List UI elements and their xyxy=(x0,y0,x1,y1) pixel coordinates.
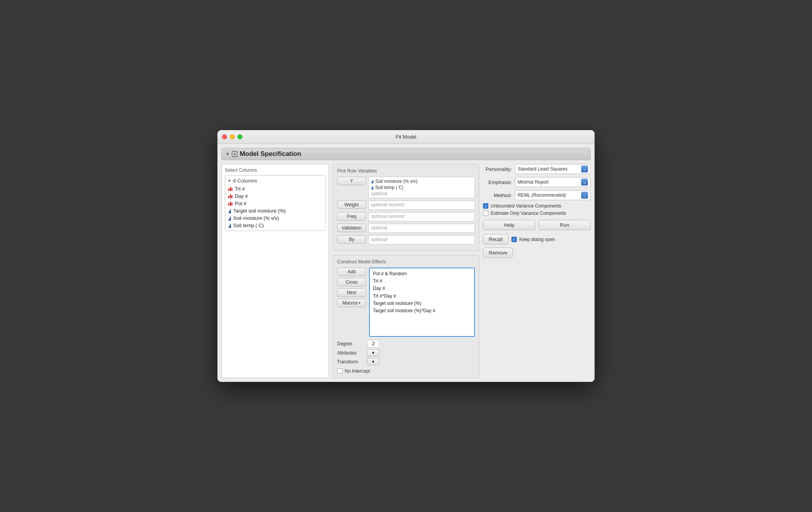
personality-dropdown-icon: ⌄ xyxy=(581,166,588,172)
columns-count-row: ▼ 6 Columns xyxy=(225,177,325,184)
list-item[interactable]: Target soil moisture (%) xyxy=(225,207,325,214)
section-title: Model Specification xyxy=(240,150,301,158)
minimize-button[interactable] xyxy=(230,134,235,139)
estimate-only-label: Estimate Only Variance Components xyxy=(491,211,566,216)
degree-label: Degree xyxy=(337,341,364,346)
transform-row: Transform ▾ xyxy=(337,358,475,365)
by-button[interactable]: By xyxy=(337,235,366,244)
remove-button[interactable]: Remove xyxy=(483,248,513,258)
estimate-only-row: Estimate Only Variance Components xyxy=(483,211,591,216)
y-field[interactable]: Soil moisture (% v/v) Soil temp ( C) opt… xyxy=(368,177,475,198)
validation-button[interactable]: Validation xyxy=(337,224,366,232)
recall-button[interactable]: Recall xyxy=(483,234,508,244)
y-placeholder: optional xyxy=(371,191,472,196)
keep-dialog-label: Keep dialog open xyxy=(519,237,555,242)
effect-item: Target soil moisture (%)*Day # xyxy=(373,307,471,315)
section-header: ▼ Model Specification xyxy=(221,148,591,160)
estimate-only-checkbox[interactable] xyxy=(483,211,488,216)
column-name: Trt # xyxy=(235,186,245,192)
titlebar: Fit Model xyxy=(217,130,595,144)
section-icon xyxy=(232,151,238,157)
by-role-row: By optional xyxy=(337,235,475,244)
transform-dropdown[interactable]: ▾ xyxy=(367,358,379,365)
unbounded-checkbox[interactable] xyxy=(483,203,488,209)
run-button[interactable]: Run xyxy=(538,220,591,230)
personality-row: Personality: Standard Least Squares ⌄ xyxy=(483,164,591,174)
help-button[interactable]: Help xyxy=(483,220,535,230)
effects-list[interactable]: Pot # & Random Trt # Day # Trt #*Day # T… xyxy=(369,268,475,337)
weight-button[interactable]: Weight xyxy=(337,201,366,209)
degree-input[interactable] xyxy=(367,340,379,348)
keep-dialog-checkbox[interactable] xyxy=(511,237,517,242)
weight-placeholder: optional numeric xyxy=(371,202,405,207)
list-item[interactable]: Soil temp ( C) xyxy=(225,222,325,229)
maximize-button[interactable] xyxy=(237,134,242,139)
triangle-icon xyxy=(228,209,231,213)
list-item[interactable]: Pot # xyxy=(225,200,325,207)
by-field[interactable]: optional xyxy=(368,235,475,244)
columns-arrow: ▼ xyxy=(227,179,231,183)
main-window: Fit Model ▼ Model Specification Select C… xyxy=(217,130,595,382)
validation-placeholder: optional xyxy=(371,225,387,231)
content-area: Select Columns ▼ 6 Columns Trt # xyxy=(221,164,591,378)
list-item[interactable]: Day # xyxy=(225,192,325,200)
weight-field[interactable]: optional numeric xyxy=(368,201,475,210)
recall-row: Recall Keep dialog open xyxy=(483,234,591,244)
svg-rect-0 xyxy=(233,152,237,156)
middle-panel: Pick Role Variables Y Soil moisture (% v… xyxy=(333,164,479,378)
emphasis-label: Emphasis: xyxy=(483,179,512,185)
personality-label: Personality: xyxy=(483,166,512,172)
traffic-lights xyxy=(222,134,242,139)
column-name: Soil moisture (% v/v) xyxy=(233,215,279,221)
construct-section: Construct Model Effects Add Cross Nest M… xyxy=(333,255,479,378)
close-button[interactable] xyxy=(222,134,227,139)
columns-list: ▼ 6 Columns Trt # xyxy=(225,175,326,231)
triangle-icon xyxy=(371,186,373,189)
freq-button[interactable]: Freq xyxy=(337,212,366,221)
column-name: Day # xyxy=(235,193,248,199)
no-intercept-label: No Intercept xyxy=(345,368,370,374)
column-name: Pot # xyxy=(235,201,246,206)
degree-row: Degree xyxy=(337,340,475,348)
list-item[interactable]: Trt # xyxy=(225,185,325,192)
method-select[interactable]: REML (Recommended) ⌄ xyxy=(515,190,591,200)
y-button[interactable]: Y xyxy=(337,177,366,185)
construct-section-title: Construct Model Effects xyxy=(337,259,475,264)
section-arrow-icon: ▼ xyxy=(226,152,230,156)
attributes-row: Attributes ▾ xyxy=(337,349,475,356)
columns-header: Select Columns xyxy=(225,167,326,173)
personality-select[interactable]: Standard Least Squares ⌄ xyxy=(515,164,591,174)
triangle-icon xyxy=(228,216,231,221)
freq-placeholder: optional numeric xyxy=(371,214,405,219)
personality-value: Standard Least Squares xyxy=(518,166,581,172)
macros-button[interactable]: Macros ▾ xyxy=(337,299,366,307)
by-placeholder: optional xyxy=(371,237,387,242)
list-item[interactable]: Soil moisture (% v/v) xyxy=(225,214,325,222)
method-row: Method: REML (Recommended) ⌄ xyxy=(483,190,591,200)
construct-buttons: Add Cross Nest Macros ▾ xyxy=(337,268,366,337)
bar-chart-icon xyxy=(228,202,232,206)
window-title: Fit Model xyxy=(396,134,416,140)
role-section-title: Pick Role Variables xyxy=(337,168,475,174)
right-panel: Personality: Standard Least Squares ⌄ Em… xyxy=(483,164,591,378)
emphasis-row: Emphasis: Minimal Report ⌄ xyxy=(483,177,591,187)
method-dropdown-icon: ⌄ xyxy=(581,192,588,199)
effect-item: Target soil moisture (%) xyxy=(373,300,471,307)
add-button[interactable]: Add xyxy=(337,268,366,276)
freq-field[interactable]: optional numeric xyxy=(368,212,475,221)
chevron-down-icon: ▾ xyxy=(372,359,374,364)
method-value: REML (Recommended) xyxy=(518,192,581,198)
y-value-2: Soil temp ( C) xyxy=(371,185,472,190)
cross-button[interactable]: Cross xyxy=(337,278,366,286)
y-role-row: Y Soil moisture (% v/v) Soil temp ( C) o… xyxy=(337,177,475,198)
validation-field[interactable]: optional xyxy=(368,224,475,233)
action-buttons: Help Run xyxy=(483,220,591,230)
no-intercept-checkbox[interactable] xyxy=(337,368,343,374)
attributes-dropdown[interactable]: ▾ xyxy=(367,349,379,356)
bar-chart-icon xyxy=(228,194,232,198)
main-panel: ▼ Model Specification Select Columns ▼ 6… xyxy=(217,144,595,382)
emphasis-select[interactable]: Minimal Report ⌄ xyxy=(515,177,591,187)
unbounded-row: Unbounded Variance Components xyxy=(483,203,591,209)
transform-label: Transform xyxy=(337,359,364,365)
nest-button[interactable]: Nest xyxy=(337,288,366,297)
